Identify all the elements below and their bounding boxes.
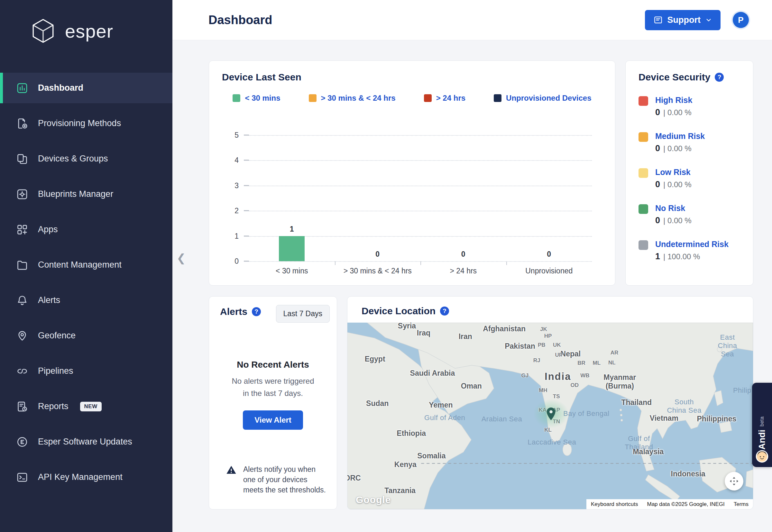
- map-canvas[interactable]: SyriaIraqIranAfghanistanPakistanEgyptSau…: [347, 323, 753, 509]
- map-pan-control[interactable]: [725, 472, 743, 491]
- security-row: No Risk0| 0.00 %: [639, 204, 753, 225]
- y-tick-mark: [244, 135, 249, 136]
- device-last-seen-title: Device Last Seen: [222, 72, 301, 83]
- sidebar-item-label: Esper Software Updates: [38, 437, 132, 447]
- x-axis-label: < 30 mins: [249, 267, 335, 275]
- sidebar-nav: DashboardProvisioning MethodsDevices & G…: [0, 73, 172, 492]
- sidebar-item-label: Pipelines: [38, 366, 73, 376]
- user-avatar[interactable]: P: [733, 12, 749, 28]
- device-location-pin[interactable]: [546, 407, 556, 421]
- new-badge: NEW: [80, 402, 102, 411]
- risk-label-link[interactable]: Undetermined Risk: [655, 240, 729, 249]
- alerts-help-icon[interactable]: ?: [252, 307, 261, 316]
- alerts-note: Alerts notify you when one of your devic…: [226, 464, 327, 495]
- header-actions: Support P: [645, 10, 749, 30]
- bar-value-label: 0: [461, 250, 465, 259]
- security-rows: High Risk0| 0.00 %Medium Risk0| 0.00 %Lo…: [626, 83, 753, 261]
- risk-counts: 0| 0.00 %: [655, 107, 692, 117]
- risk-percent: | 0.00 %: [663, 108, 692, 117]
- legend-item[interactable]: Unprovisioned Devices: [494, 94, 591, 103]
- y-tick-label: 0: [234, 257, 239, 266]
- risk-count: 0: [655, 107, 660, 117]
- risk-count: 1: [655, 252, 660, 261]
- sidebar-item-label: Reports: [38, 401, 69, 411]
- esper-logo-icon: [30, 18, 56, 44]
- risk-swatch: [639, 168, 648, 178]
- legend-swatch: [309, 94, 317, 102]
- terms-link[interactable]: Terms: [729, 501, 753, 508]
- x-axis-labels: < 30 mins> 30 mins & < 24 hrs> 24 hrsUnp…: [249, 267, 592, 275]
- y-tick-label: 2: [234, 206, 239, 215]
- bar-column: 0: [420, 135, 506, 261]
- alerts-empty-line1: No alerts were triggered: [232, 377, 314, 385]
- x-tick-mark: [420, 261, 421, 265]
- sidebar-item-content-management[interactable]: Content Management: [0, 250, 172, 280]
- y-tick-label: 1: [234, 232, 239, 240]
- x-axis-label: Unprovisioned: [506, 267, 592, 275]
- y-axis: 543210: [222, 135, 249, 261]
- sidebar-item-label: Alerts: [38, 295, 60, 305]
- brand[interactable]: esper: [0, 0, 172, 44]
- sidebar-item-label: Apps: [38, 225, 58, 234]
- x-axis-label: > 30 mins & < 24 hrs: [335, 267, 421, 275]
- risk-label-link[interactable]: Low Risk: [655, 168, 692, 177]
- risk-label-link[interactable]: Medium Risk: [655, 132, 705, 141]
- sidebar-item-pipelines[interactable]: Pipelines: [0, 356, 172, 386]
- sidebar-item-api-key-management[interactable]: API Key Management: [0, 462, 172, 492]
- security-row: Medium Risk0| 0.00 %: [639, 132, 753, 153]
- alerts-range-button[interactable]: Last 7 Days: [276, 305, 330, 323]
- y-tick-label: 3: [234, 181, 239, 190]
- sidebar: esper DashboardProvisioning MethodsDevic…: [0, 0, 172, 532]
- risk-swatch: [639, 96, 648, 106]
- device-security-help-icon[interactable]: ?: [715, 73, 724, 82]
- pipelines-icon: [16, 365, 28, 377]
- legend-swatch: [494, 94, 501, 102]
- sidebar-item-label: Devices & Groups: [38, 154, 108, 164]
- keyboard-shortcuts-link[interactable]: Keyboard shortcuts: [586, 501, 642, 508]
- support-button[interactable]: Support: [645, 10, 721, 30]
- legend-item[interactable]: < 30 mins: [233, 94, 280, 103]
- alerts-empty-title: No Recent Alerts: [209, 360, 337, 370]
- geofence-icon: [16, 330, 28, 342]
- sidebar-item-label: Geofence: [38, 331, 76, 341]
- sidebar-item-apps[interactable]: Apps: [0, 214, 172, 245]
- sidebar-item-provisioning-methods[interactable]: Provisioning Methods: [0, 108, 172, 139]
- sidebar-item-label: Content Management: [38, 260, 122, 270]
- sidebar-item-dashboard[interactable]: Dashboard: [0, 73, 172, 103]
- legend-item[interactable]: > 30 mins & < 24 hrs: [309, 94, 396, 103]
- andi-assistant-tab[interactable]: Andi beta: [752, 383, 772, 467]
- risk-counts: 0| 0.00 %: [655, 216, 692, 225]
- alerts-card: Alerts ? Last 7 Days No Recent Alerts No…: [209, 296, 337, 509]
- sidebar-item-reports[interactable]: ReportsNEW: [0, 391, 172, 422]
- sidebar-item-alerts[interactable]: Alerts: [0, 285, 172, 316]
- device-location-help-icon[interactable]: ?: [440, 307, 449, 316]
- risk-counts: 0| 0.00 %: [655, 143, 705, 153]
- legend-label: > 24 hrs: [436, 94, 465, 103]
- sidebar-item-geofence[interactable]: Geofence: [0, 320, 172, 351]
- provisioning-icon: [16, 117, 28, 130]
- device-security-title: Device Security: [639, 72, 710, 83]
- sidebar-collapse-handle[interactable]: ❮: [177, 252, 186, 264]
- risk-label-link[interactable]: High Risk: [655, 96, 692, 105]
- risk-label-link[interactable]: No Risk: [655, 204, 692, 213]
- devices-icon: [16, 153, 28, 165]
- brand-name: esper: [65, 20, 113, 42]
- risk-percent: | 0.00 %: [663, 216, 692, 225]
- plot-area: 1000: [249, 135, 592, 261]
- security-row: High Risk0| 0.00 %: [639, 96, 753, 117]
- alerts-icon: [16, 294, 28, 307]
- support-icon: [653, 15, 663, 25]
- sidebar-item-blueprints-manager[interactable]: Blueprints Manager: [0, 179, 172, 209]
- x-axis-label: > 24 hrs: [420, 267, 506, 275]
- risk-count: 0: [655, 143, 660, 153]
- chart-legend: < 30 mins> 30 mins & < 24 hrs> 24 hrsUnp…: [209, 94, 615, 103]
- risk-percent: | 0.00 %: [663, 144, 692, 153]
- view-alert-button[interactable]: View Alert: [243, 410, 303, 430]
- sidebar-item-devices-groups[interactable]: Devices & Groups: [0, 143, 172, 174]
- api-icon: [16, 471, 28, 483]
- legend-swatch: [233, 94, 240, 102]
- sidebar-item-esper-software-updates[interactable]: Esper Software Updates: [0, 427, 172, 457]
- andi-beta-badge: beta: [759, 417, 765, 427]
- legend-item[interactable]: > 24 hrs: [424, 94, 465, 103]
- support-label: Support: [667, 15, 701, 25]
